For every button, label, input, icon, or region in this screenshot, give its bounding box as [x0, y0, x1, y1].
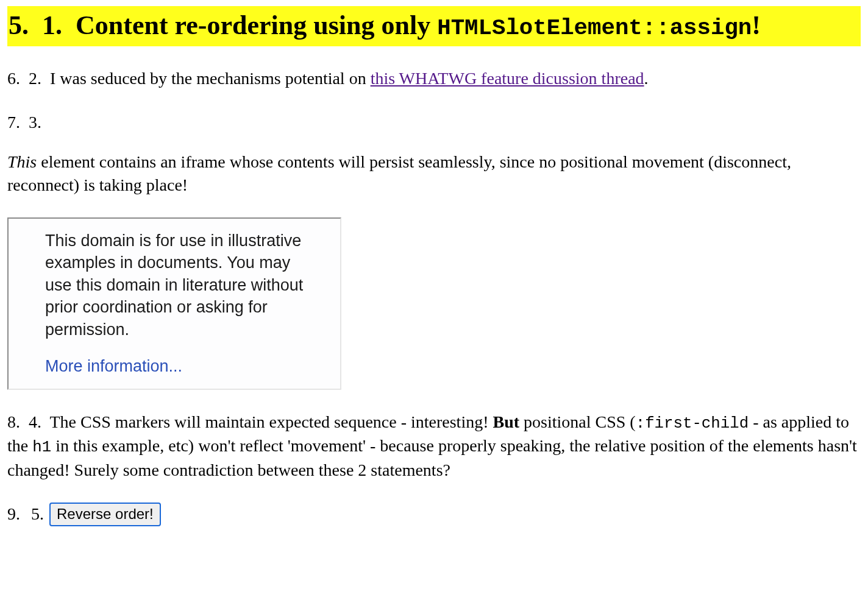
item-4-text-d: in this example, etc) won't reflect 'mov…	[7, 436, 857, 479]
inner-marker-3: 3.	[29, 113, 46, 132]
iframe-body-text: This domain is for use in illustrative e…	[45, 230, 304, 341]
outer-marker-1: 5.	[9, 10, 35, 40]
item-4-text-b: positional CSS (	[519, 412, 636, 431]
item-2-text-before: I was seduced by the mechanisms potentia…	[50, 69, 371, 88]
emphasis-this: This	[7, 152, 37, 171]
title-prefix: Content re-ordering using only	[76, 10, 430, 40]
whatwg-thread-link[interactable]: this WHATWG feature dicussion thread	[371, 69, 644, 88]
more-information-link[interactable]: More information...	[45, 357, 182, 375]
item-2-text-after: .	[644, 69, 649, 88]
inner-marker-5: 5.	[31, 503, 48, 526]
outer-marker-2: 6.	[7, 69, 24, 88]
item-3-paragraph: This element contains an iframe whose co…	[7, 150, 861, 197]
outer-marker-5: 9.	[7, 503, 24, 526]
title-code: HTMLSlotElement::assign	[437, 15, 752, 41]
code-first-child: :first-child	[636, 415, 749, 432]
inner-marker-1: 1.	[42, 10, 69, 40]
page-title: 5. 1. Content re-ordering using only HTM…	[7, 6, 861, 46]
iframe-content: This domain is for use in illustrative e…	[9, 230, 340, 378]
outer-marker-4: 8.	[7, 412, 24, 431]
item-2: 6. 2. I was seduced by the mechanisms po…	[7, 67, 861, 90]
item-4-text-a: The CSS markers will maintain expected s…	[50, 412, 493, 431]
title-suffix: !	[752, 10, 761, 40]
item-4-bold: But	[493, 412, 520, 431]
example-iframe: This domain is for use in illustrative e…	[7, 217, 341, 390]
reverse-order-button[interactable]: Reverse order!	[49, 503, 161, 526]
inner-marker-4: 4.	[29, 412, 46, 431]
item-3-rest: element contains an iframe whose content…	[7, 152, 791, 194]
outer-marker-3: 7.	[7, 113, 24, 132]
item-4: 8. 4. The CSS markers will maintain expe…	[7, 411, 861, 482]
inner-marker-2: 2.	[29, 69, 46, 88]
item-5: 9. 5. Reverse order!	[7, 503, 861, 526]
item-3: 7. 3.	[7, 111, 861, 134]
code-h1: h1	[32, 439, 51, 456]
